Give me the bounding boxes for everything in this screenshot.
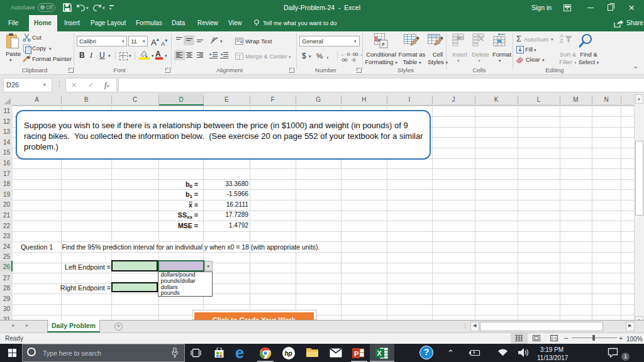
svg-text:hp: hp <box>284 350 292 357</box>
svg-text:P: P <box>354 350 358 358</box>
svg-text:X: X <box>377 349 382 357</box>
svg-text:ab: ab <box>210 36 217 43</box>
svg-text:≠: ≠ <box>382 41 386 48</box>
